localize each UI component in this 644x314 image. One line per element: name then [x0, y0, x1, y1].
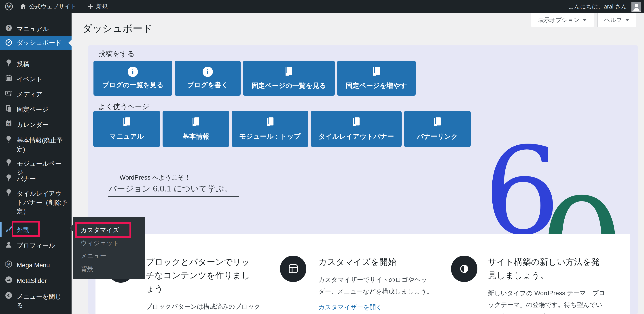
page-title: ダッシュボード [82, 22, 152, 35]
sidebar-label: 基本情報(廃止予定) [17, 137, 62, 153]
info-icon: i [128, 67, 138, 77]
flyout-item-menus[interactable]: メニュー [73, 250, 145, 262]
manual-page-button[interactable]: マニュアル [93, 111, 160, 147]
admin-bar-new-link[interactable]: 新規 [87, 0, 108, 13]
book-icon [284, 66, 294, 78]
sidebar-item-events[interactable]: イベント [0, 72, 72, 87]
screen-options-label: 表示オプション [538, 16, 580, 24]
sidebar-item-banner[interactable]: バナー [0, 171, 72, 186]
banner-link-page-button[interactable]: バナーリンク [404, 111, 471, 147]
sidebar-label: タイルレイアウトバナー（削除予定） [17, 190, 67, 215]
module-top-page-button[interactable]: モジュール：トップ [232, 111, 308, 147]
flyout-item-background[interactable]: 背景 [73, 262, 145, 276]
write-blog-button[interactable]: i ブログを書く [175, 60, 240, 96]
flyout-item-widgets[interactable]: ウィジェット [73, 236, 145, 250]
question-icon: ? [5, 24, 12, 32]
svg-text:?: ? [8, 26, 10, 30]
welcome-panel: 投稿をする i ブログの一覧を見る i ブログを書く [88, 46, 638, 314]
info-icon: i [202, 67, 213, 77]
sidebar-item-dashboard[interactable]: ダッシュボード [0, 36, 72, 50]
sidebar: ? マニュアル ダッシュボード 投稿 [0, 13, 72, 314]
avatar[interactable] [632, 2, 641, 12]
site-name: 公式ウェブサイト [29, 3, 76, 10]
wordpress-logo-icon: W [4, 2, 14, 11]
user-avatar-icon [632, 2, 641, 11]
column-heading: ブロックとパターンでリッチなコンテンツを作りましょう [146, 255, 258, 296]
sidebar-item-collapse-menu[interactable]: メニューを閉じる [0, 289, 72, 313]
open-customizer-link[interactable]: カスタマイザーを開く [318, 303, 382, 312]
sidebar-item-basic-info[interactable]: 基本情報(廃止予定) [0, 133, 72, 157]
column-blocks-patterns: ブロックとパターンでリッチなコンテンツを作りましょう ブロックパターンは構成済み… [146, 255, 266, 314]
column-heading: サイト構築の新しい方法を発見しましょう。 [488, 255, 601, 282]
sidebar-label: ダッシュボード [17, 39, 62, 46]
svg-text:31: 31 [7, 122, 10, 126]
sidebar-item-appearance[interactable]: 外観 [0, 222, 72, 237]
view-pages-list-button[interactable]: 固定ページの一覧を見る [243, 60, 335, 96]
sidebar-item-tile-layout-banner[interactable]: タイルレイアウトバナー（削除予定） [0, 186, 72, 219]
book-icon [265, 117, 276, 128]
svg-text:W: W [7, 4, 11, 9]
wordpress-dashboard: W 公式ウェブサイト 新規 こんにちは、arai さん [0, 0, 644, 314]
sidebar-item-posts[interactable]: 投稿 [0, 56, 72, 72]
chevron-down-icon [625, 19, 629, 21]
collapse-arrow-icon [5, 292, 12, 299]
metaslider-icon [5, 276, 12, 284]
tile-layout-banner-page-button[interactable]: タイルレイアウトバナー [311, 111, 402, 147]
screen-options-button[interactable]: 表示オプション [531, 13, 594, 27]
brush-icon [5, 226, 12, 233]
frequent-pages-row: マニュアル 基本情報 モジュール：ト [93, 111, 471, 147]
post-section-heading: 投稿をする [98, 49, 134, 59]
sidebar-item-mega-menu[interactable]: M Mega Menu [0, 258, 72, 273]
admin-bar-site-link[interactable]: 公式ウェブサイト [20, 0, 76, 13]
book-icon [190, 117, 201, 128]
media-icon [5, 90, 12, 97]
wordpress-logo-icon[interactable]: W [4, 0, 14, 13]
calendar-icon [5, 74, 12, 82]
book-icon [432, 117, 443, 128]
pushpin-icon [5, 174, 12, 182]
column-heading: カスタマイズを開始 [318, 255, 434, 268]
home-icon [20, 3, 27, 10]
column-body: ブロックパターンは構成済みのブロックレイアウトです。ブロックパターンを使用してイ… [146, 301, 266, 314]
admin-bar-account-link[interactable]: こんにちは、arai さん [568, 0, 627, 13]
help-button[interactable]: ヘルプ [598, 13, 636, 27]
pushpin-icon [5, 189, 12, 196]
sidebar-item-calendar[interactable]: 31 カレンダー [0, 117, 72, 132]
welcome-greeting: WordPress へようこそ！ [120, 173, 190, 182]
view-blog-list-button[interactable]: i ブログの一覧を見る [94, 60, 172, 96]
dashboard-gauge-icon [5, 38, 12, 46]
admin-bar: W 公式ウェブサイト 新規 こんにちは、arai さん [0, 0, 644, 13]
sidebar-item-pages[interactable]: 固定ページ [0, 102, 72, 117]
basic-info-page-button[interactable]: 基本情報 [162, 111, 229, 147]
book-icon [122, 117, 132, 128]
sidebar-label: 固定ページ [17, 106, 48, 113]
sidebar-item-profile[interactable]: プロフィール [0, 238, 72, 253]
mega-menu-icon: M [5, 260, 12, 268]
version-learn-link[interactable]: バージョン 6.0.1 について学ぶ。 [108, 183, 239, 197]
sidebar-item-manual[interactable]: ? マニュアル [0, 22, 72, 37]
help-label: ヘルプ [604, 16, 622, 24]
svg-text:M: M [8, 262, 10, 266]
sidebar-label: 投稿 [17, 60, 29, 67]
book-icon [351, 117, 362, 128]
pushpin-icon [5, 136, 12, 143]
flyout-item-customize[interactable]: カスタマイズ [73, 224, 145, 236]
styles-contrast-icon [451, 256, 478, 282]
chevron-down-icon [583, 19, 587, 21]
customizer-layout-icon [280, 256, 306, 282]
greeting-text: こんにちは、arai さん [568, 3, 627, 10]
pushpin-icon [5, 159, 12, 166]
sidebar-item-media[interactable]: メディア [0, 87, 72, 102]
main-content: ダッシュボード 表示オプション ヘルプ 投稿をする i ブログの一覧を見る i … [72, 13, 644, 314]
post-buttons-row: i ブログの一覧を見る i ブログを書く 固定ページの一覧を見 [94, 60, 416, 96]
book-icon [371, 66, 382, 78]
pushpin-icon [5, 59, 12, 67]
pages-icon [5, 105, 12, 112]
user-icon [5, 241, 12, 248]
add-pages-button[interactable]: 固定ページを増やす [337, 60, 416, 96]
sidebar-label: Mega Menu [17, 262, 50, 268]
appearance-flyout-menu: カスタマイズ ウィジェット メニュー 背景 [73, 217, 145, 279]
sidebar-item-metaslider[interactable]: MetaSlider [0, 273, 72, 288]
column-body: カスタマイザーでサイトのロゴやヘッダー、メニューなどを構成しましょう。 [318, 274, 434, 297]
calendar-31-icon: 31 [5, 120, 12, 128]
